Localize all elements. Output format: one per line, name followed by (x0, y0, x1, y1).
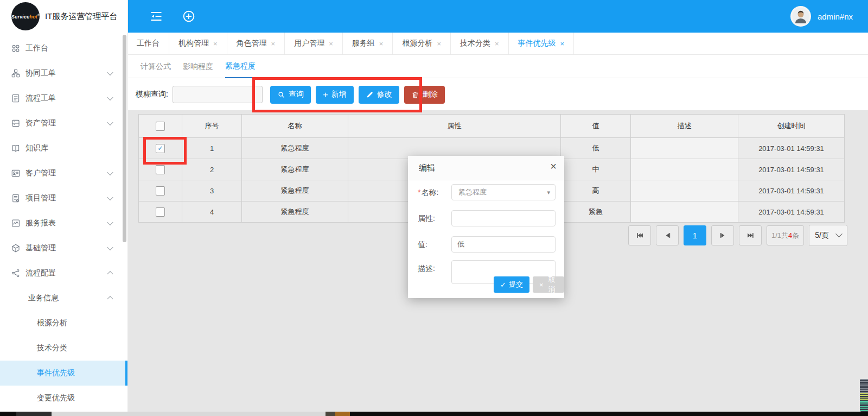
row-checkbox[interactable] (156, 207, 165, 217)
subtab-calc-formula[interactable]: 计算公式 (141, 55, 171, 78)
sidebar-item-process-config[interactable]: 流程配置 (0, 261, 127, 286)
first-page-button[interactable] (628, 225, 651, 245)
subtab-urgency-degree[interactable]: 紧急程度 (225, 54, 256, 78)
tab-user-mgmt[interactable]: 用户管理× (285, 33, 343, 54)
close-icon[interactable]: × (495, 40, 499, 48)
add-button[interactable]: + 新增 (316, 86, 354, 104)
sidebar-item-knowledge-base[interactable]: 知识库 (0, 136, 127, 161)
delete-button[interactable]: 删除 (404, 86, 445, 104)
sidebar-item-workbench[interactable]: 工作台 (0, 36, 127, 61)
sidebar-item-tech-category[interactable]: 技术分类 (0, 336, 127, 361)
user-avatar[interactable] (790, 6, 811, 27)
chart-icon (11, 218, 21, 228)
logged-in-user[interactable]: admin#nx (818, 12, 853, 21)
close-icon[interactable]: × (213, 40, 218, 48)
sidebar-item-label: 流程配置 (25, 268, 56, 278)
pagination: 1 1/1共4条 5/页 (628, 225, 847, 246)
brand: Servicehot® IT服务运营管理平台 (0, 0, 127, 33)
sidebar-item-label: 服务报表 (25, 218, 56, 228)
dialog-header[interactable]: 编辑 × (408, 156, 564, 180)
tab-role-mgmt[interactable]: 角色管理× (227, 33, 285, 54)
row-checkbox-checked[interactable]: ✓ (156, 144, 165, 153)
chevron-down-icon (107, 169, 113, 175)
tab-incident-priority[interactable]: 事件优先级× (509, 33, 575, 54)
first-page-icon (636, 232, 643, 239)
sidebar-item-label: 事件优先级 (37, 368, 75, 378)
next-page-button[interactable] (711, 225, 734, 245)
attr-field-label: 属性: (418, 210, 435, 226)
next-page-icon (719, 232, 726, 239)
table-header-row: 序号 名称 属性 值 描述 创建时间 (139, 115, 845, 138)
name-select[interactable]: 紧急程度 ▾ (451, 184, 556, 200)
tab-tech-category[interactable]: 技术分类× (451, 33, 509, 54)
close-icon[interactable]: × (560, 40, 565, 48)
chevron-down-icon (107, 244, 113, 250)
sidebar-item-label: 根源分析 (37, 318, 67, 328)
chevron-down-icon (107, 194, 113, 200)
level-meter-widget (860, 379, 868, 412)
app-title: IT服务运营管理平台 (45, 11, 117, 22)
close-icon[interactable]: × (550, 160, 557, 173)
close-icon[interactable]: × (329, 40, 333, 48)
sidebar-item-incident-priority[interactable]: 事件优先级 (0, 361, 127, 386)
chevron-up-icon (107, 271, 113, 277)
sidebar-item-label: 资产管理 (25, 118, 56, 128)
toolbar: 模糊查询: 查询 + 新增 修改 删除 (127, 78, 868, 111)
last-page-button[interactable] (739, 225, 762, 245)
tab-root-cause[interactable]: 根源分析× (393, 33, 451, 54)
pencil-icon (366, 91, 374, 99)
sidebar-item-label: 项目管理 (25, 193, 56, 203)
subtab-impact-degree[interactable]: 影响程度 (183, 55, 213, 78)
collapse-menu-icon[interactable] (149, 9, 163, 23)
content-top-panel: 工作台 机构管理× 角色管理× 用户管理× 服务组× 根源分析× 技术分类× 事… (127, 33, 868, 110)
fuzzy-search-input[interactable] (173, 86, 263, 103)
clipboard-gear-icon (11, 193, 21, 203)
select-all-checkbox[interactable] (156, 122, 165, 131)
tab-workbench[interactable]: 工作台 (127, 33, 169, 54)
sidebar-item-project-mgmt[interactable]: 项目管理 (0, 186, 127, 211)
page-1-button[interactable]: 1 (684, 225, 706, 245)
sidebar-item-asset-mgmt[interactable]: 资产管理 (0, 111, 127, 136)
row-checkbox[interactable] (156, 165, 165, 174)
tab-service-group[interactable]: 服务组× (343, 33, 393, 54)
sidebar-item-basic-mgmt[interactable]: 基础管理 (0, 236, 127, 261)
submit-button[interactable]: ✓ 提交 (494, 276, 529, 293)
tab-org-mgmt[interactable]: 机构管理× (169, 33, 227, 54)
sidebar-item-process-tickets[interactable]: 流程工单 (0, 86, 127, 111)
chevron-down-icon (107, 70, 113, 75)
row-checkbox[interactable] (156, 186, 165, 196)
close-icon[interactable]: × (437, 40, 441, 48)
chevron-up-icon (107, 296, 113, 302)
prev-page-button[interactable] (656, 225, 679, 245)
page-size-select[interactable]: 5/页 (809, 225, 847, 246)
page-info: 1/1共4条 (767, 225, 804, 245)
total-count: 4 (788, 231, 792, 239)
attr-input[interactable] (451, 210, 556, 226)
sidebar-item-label: 基础管理 (25, 243, 56, 253)
sidebar-scrollbar[interactable] (123, 35, 126, 242)
cancel-button[interactable]: × 取消 (533, 276, 564, 293)
value-field-label: 值: (418, 236, 427, 253)
close-icon[interactable]: × (271, 40, 276, 48)
edit-button[interactable]: 修改 (359, 86, 399, 104)
sidebar-item-label: 变更优先级 (37, 393, 75, 403)
sidebar-item-label: 业务信息 (28, 293, 59, 303)
sidebar-item-business-info[interactable]: 业务信息 (0, 286, 127, 311)
sidebar-item-change-priority[interactable]: 变更优先级 (0, 386, 127, 411)
value-input[interactable] (451, 236, 556, 253)
sidebar-item-root-cause[interactable]: 根源分析 (0, 311, 127, 336)
check-icon: ✓ (500, 281, 506, 289)
last-page-icon (747, 232, 754, 239)
required-mark: * (418, 188, 420, 197)
sidebar-item-collab-tickets[interactable]: 协同工单 (0, 61, 127, 86)
search-icon (277, 91, 285, 99)
sidebar-nav: 工作台 协同工单 流程工单 资产管理 知识库 客户管理 (0, 36, 127, 411)
close-icon[interactable]: × (379, 40, 384, 48)
col-header-created: 创建时间 (738, 115, 845, 138)
add-tab-icon[interactable] (182, 9, 196, 23)
query-button[interactable]: 查询 (270, 86, 311, 104)
sidebar-item-customer-mgmt[interactable]: 客户管理 (0, 161, 127, 186)
sidebar-item-service-reports[interactable]: 服务报表 (0, 211, 127, 236)
caret-down-icon: ▾ (547, 189, 550, 196)
share-icon (11, 268, 21, 278)
